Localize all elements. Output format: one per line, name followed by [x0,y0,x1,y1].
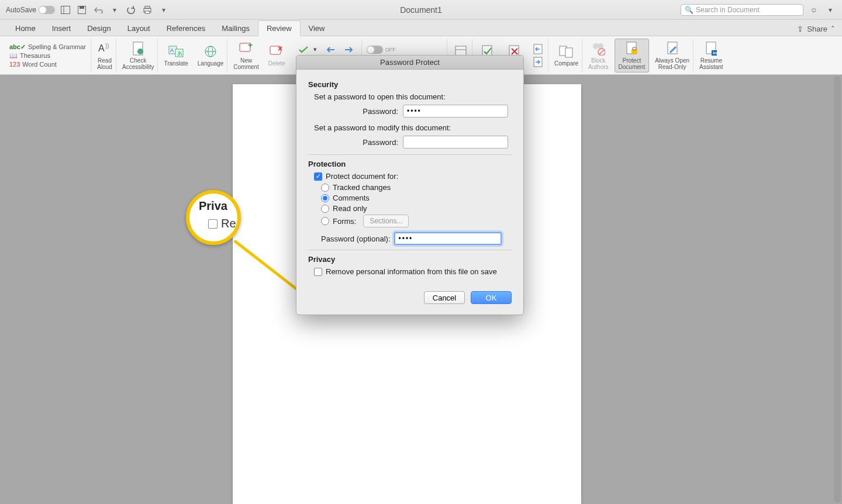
privacy-heading: Privacy [308,255,512,264]
language-icon [203,44,218,59]
block-authors-button[interactable]: Block Authors [585,39,612,73]
read-aloud-button[interactable]: A))Read Aloud [94,39,116,73]
nav-changes-group [528,39,548,73]
next-arrow-icon[interactable] [344,46,354,53]
chevron-down-icon[interactable]: ▾ [824,4,836,16]
language-button[interactable]: Language [194,39,228,73]
undo-icon[interactable] [92,4,104,16]
new-comment-icon: + [239,41,254,56]
readonly-radio[interactable] [321,205,329,213]
vertical-scrollbar[interactable] [834,76,841,503]
translate-icon: Aあ [168,44,184,59]
compare-button[interactable]: Compare [551,39,582,73]
svg-text:+: + [248,42,253,50]
titlebar: AutoSave ▾ ▾ Document1 🔍 Search in Docum… [0,0,842,20]
chevron-down-icon[interactable]: ▾ [109,4,120,16]
spelling-grammar-button[interactable]: abc✓Spelling & Grammar [9,43,86,51]
readonly-label: Read only [333,204,367,213]
protection-heading: Protection [308,160,512,168]
optional-password-input[interactable] [394,232,502,245]
share-button[interactable]: Share [807,25,827,33]
resume-assistant-button[interactable]: inResume Assistant [696,39,727,73]
tab-design[interactable]: Design [79,21,119,36]
collapse-ribbon-icon[interactable]: ˄ [831,25,835,33]
next-change-icon[interactable] [533,56,543,68]
open-password-label: Set a password to open this document: [314,92,512,101]
tab-references[interactable]: References [158,21,213,36]
tabbar: Home Insert Design Layout References Mai… [0,20,842,36]
tab-mailings[interactable]: Mailings [213,21,258,36]
svg-text:in: in [713,50,717,56]
word-count-button[interactable]: 123Word Count [9,61,57,68]
tab-review[interactable]: Review [258,20,301,36]
resume-icon: in [703,41,719,56]
forms-radio[interactable] [321,217,329,225]
remove-pii-label: Remove personal information from this fi… [326,267,497,276]
protect-document-button[interactable]: Protect Document [615,39,650,73]
svg-text:あ: あ [177,50,182,56]
book-icon: 📖 [9,52,18,60]
prev-arrow-icon[interactable] [325,46,336,53]
magnifier-callout: Priva Re [186,190,241,245]
comments-label: Comments [333,194,370,202]
document-title: Document1 [400,5,442,15]
password-label: Password: [363,107,398,116]
tracked-changes-radio[interactable] [321,184,329,192]
proofing-group: abc✓Spelling & Grammar 📖Thesaurus 123Wor… [5,39,91,73]
open-password-input[interactable] [403,105,508,118]
search-input[interactable]: 🔍 Search in Document [681,4,803,16]
translate-button[interactable]: AあTranslate [160,39,191,73]
track-changes-toggle[interactable]: OFF [367,46,396,54]
accessibility-icon [130,41,146,56]
prev-change-icon[interactable] [533,43,543,55]
svg-rect-0 [61,6,70,13]
tab-view[interactable]: View [301,21,333,36]
delete-comment-button[interactable]: ×Delete [265,39,289,73]
always-readonly-button[interactable]: Always Open Read-Only [651,39,693,73]
protect-for-checkbox[interactable] [314,172,322,181]
readonly-icon [665,41,680,56]
modify-password-input[interactable] [403,136,508,149]
tab-home[interactable]: Home [7,21,44,36]
search-placeholder: Search in Document [696,6,760,14]
chevron-down-icon[interactable]: ▾ [158,4,170,16]
compare-icon [559,44,574,59]
print-icon[interactable] [142,4,153,16]
sections-button[interactable]: Sections... [363,215,409,227]
smiley-icon[interactable]: ☺ [808,4,820,16]
thesaurus-button[interactable]: 📖Thesaurus [9,52,50,60]
modify-password-label: Set a password to modify this document: [314,123,512,132]
svg-text:A: A [170,47,174,53]
protect-doc-icon [624,41,639,56]
password-label: Password: [363,138,398,147]
new-comment-button[interactable]: +New Comment [230,39,262,73]
search-icon: 🔍 [685,6,693,14]
sidebar-icon[interactable] [60,4,71,16]
magnifier-checkbox [208,219,218,229]
toggle-off-icon[interactable] [39,6,55,14]
password-protect-dialog: Password Protect Security Set a password… [296,55,524,315]
protect-for-label: Protect document for: [326,172,398,181]
svg-rect-31 [565,48,572,57]
check-accessibility-button[interactable]: Check Accessibility [119,39,158,73]
password-optional-label: Password (optional): [321,234,391,243]
autosave-toggle[interactable]: AutoSave [6,6,55,14]
comments-radio[interactable] [321,194,329,202]
svg-text:×: × [278,45,282,53]
remove-pii-checkbox[interactable] [314,268,322,276]
svg-text:)): )) [105,43,109,49]
forms-label: Forms: [333,217,356,226]
block-authors-icon [591,41,606,56]
tab-layout[interactable]: Layout [119,21,158,36]
chevron-down-icon[interactable]: ▾ [313,46,317,53]
cancel-button[interactable]: Cancel [424,291,465,304]
tab-insert[interactable]: Insert [44,21,80,36]
abc-icon: abc✓ [9,43,26,51]
redo-icon[interactable] [125,4,137,16]
save-icon[interactable] [76,4,88,16]
read-aloud-icon: A)) [97,41,112,56]
svg-rect-3 [80,6,84,9]
share-icon: ⇪ [797,25,803,33]
ok-button[interactable]: OK [471,291,512,304]
security-heading: Security [308,80,512,89]
